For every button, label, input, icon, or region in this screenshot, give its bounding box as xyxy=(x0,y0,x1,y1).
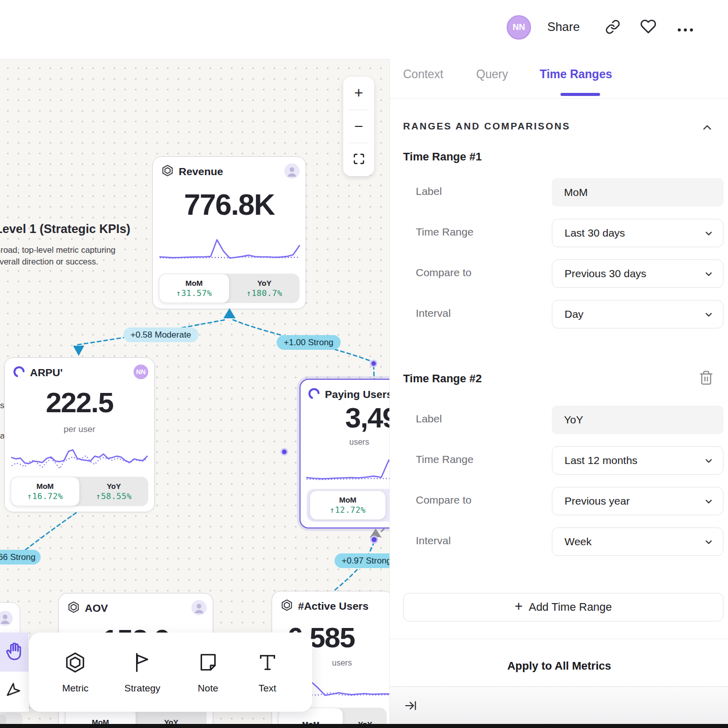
badge-yoy[interactable]: YoY ↑180.7% xyxy=(229,274,300,303)
plus-icon: + xyxy=(515,599,523,614)
correlation-label[interactable]: 66 Strong xyxy=(0,550,41,565)
tab-time-ranges[interactable]: Time Ranges xyxy=(540,68,612,81)
badge-mom[interactable]: MoM ↑16.72% xyxy=(11,477,80,506)
compare-to-select[interactable]: Previous 30 days xyxy=(552,259,723,288)
hand-tool-button[interactable] xyxy=(0,633,28,672)
owner-avatar xyxy=(0,611,13,626)
form-row-timerange-1: Time Range Last 30 days xyxy=(390,219,728,247)
canvas-tool-column xyxy=(0,633,29,712)
metric-unit: per user xyxy=(5,424,154,435)
sparkline xyxy=(160,237,300,261)
arrow-to-bar-icon xyxy=(404,705,417,714)
field-label: Compare to xyxy=(416,267,472,279)
more-options-button[interactable] xyxy=(677,21,694,39)
settings-panel: Context Query Time Ranges RANGES AND COM… xyxy=(389,59,728,728)
comparison-toggle: MoM ↑16.72% YoY ↑58.55% xyxy=(11,477,148,506)
owner-avatar xyxy=(191,600,207,615)
add-time-range-button[interactable]: + Add Time Range xyxy=(403,593,723,621)
select-tool-button[interactable] xyxy=(0,672,28,711)
label-input[interactable] xyxy=(552,406,723,434)
metric-card-paying-users[interactable]: Paying Users' 3,49 users MoM ↑12.72% xyxy=(300,379,389,528)
metric-value: 3,49 xyxy=(345,401,389,434)
metric-tree-canvas[interactable]: s a Level 1 (Strategic KPIs) Broad, top-… xyxy=(0,59,389,724)
time-range-select[interactable]: Last 12 months xyxy=(552,446,723,475)
badge-fragment xyxy=(0,712,23,724)
card-title: AOV xyxy=(85,602,108,614)
cursor-icon xyxy=(5,681,23,702)
loading-spinner-icon xyxy=(308,387,320,402)
section-header: RANGES AND COMPARISONS xyxy=(403,121,570,132)
toolbar-metric-button[interactable]: Metric xyxy=(62,651,88,694)
correlation-label[interactable]: +1.00 Strong xyxy=(277,335,341,350)
badge-yoy[interactable]: YoY xyxy=(343,708,387,724)
loading-spinner-icon xyxy=(13,366,25,380)
copy-link-button[interactable] xyxy=(604,19,621,37)
level-title: Level 1 (Strategic KPIs) xyxy=(0,222,132,236)
app-window: NN Share xyxy=(0,0,728,728)
fit-view-button[interactable] xyxy=(343,143,374,176)
field-label: Label xyxy=(416,413,442,425)
correlation-label[interactable]: +0.58 Moderate xyxy=(123,327,198,342)
field-label: Interval xyxy=(416,307,451,319)
metric-card-arpu[interactable]: ARPU' NN 222.5 per user MoM ↑16.72% YoY … xyxy=(4,357,155,512)
collapse-section-button[interactable] xyxy=(701,121,714,134)
chevron-down-icon xyxy=(704,269,714,279)
badge-yoy[interactable]: YoY ↑58.55% xyxy=(80,477,149,506)
metric-card-revenue[interactable]: Revenue 776.8K MoM ↑31.57% YoY ↑180.7% xyxy=(152,156,306,309)
toolbar-strategy-button[interactable]: Strategy xyxy=(124,651,160,694)
form-row-label-2: Label xyxy=(390,406,728,434)
fullscreen-icon xyxy=(353,151,365,169)
chevron-down-icon xyxy=(704,497,714,507)
field-label: Time Range xyxy=(416,453,474,466)
tab-context[interactable]: Context xyxy=(403,68,443,81)
top-bar: NN Share xyxy=(0,0,728,59)
apply-all-metrics-button[interactable]: Apply to All Metrics xyxy=(390,659,728,673)
field-label: Interval xyxy=(416,535,451,547)
zoom-controls: + − xyxy=(343,77,374,176)
chevron-down-icon xyxy=(704,228,714,239)
metric-unit: users xyxy=(332,658,352,668)
form-row-interval-1: Interval Day xyxy=(390,300,728,328)
level-annotation[interactable]: Level 1 (Strategic KPIs) Broad, top-leve… xyxy=(0,222,132,268)
card-title: Revenue xyxy=(179,166,223,178)
favorite-button[interactable] xyxy=(640,19,657,36)
form-row-compareto-2: Compare to Previous year xyxy=(390,487,728,515)
collaborator-badge: NN xyxy=(134,365,148,379)
interval-select[interactable]: Week xyxy=(552,527,723,556)
badge-mom[interactable]: MoM ↑12.72% xyxy=(310,490,386,520)
zoom-out-button[interactable]: − xyxy=(343,110,374,143)
chevron-down-icon xyxy=(704,537,714,547)
collapse-panel-button[interactable] xyxy=(404,699,417,712)
badge-mom[interactable]: MoM ↑31.57% xyxy=(159,274,229,303)
divider xyxy=(390,98,728,98)
share-button[interactable]: Share xyxy=(547,20,580,34)
time-range-2-title: Time Range #2 xyxy=(403,372,482,385)
metric-hexagon-icon xyxy=(67,601,80,616)
card-title: ARPU' xyxy=(30,367,63,379)
label-input[interactable] xyxy=(552,178,723,207)
chevron-down-icon xyxy=(704,456,714,466)
tab-query[interactable]: Query xyxy=(476,68,508,81)
interval-select[interactable]: Day xyxy=(552,300,723,328)
delete-time-range-button[interactable] xyxy=(699,370,714,386)
comparison-toggle: MoM ↑12.72% xyxy=(307,489,389,521)
metric-hexagon-icon xyxy=(63,651,87,677)
toolbar-text-button[interactable]: Text xyxy=(256,651,279,694)
user-avatar[interactable]: NN xyxy=(507,15,531,40)
zoom-in-button[interactable]: + xyxy=(343,77,374,110)
form-row-compareto-1: Compare to Previous 30 days xyxy=(390,259,728,288)
compare-to-select[interactable]: Previous year xyxy=(552,487,723,515)
form-row-label-1: Label xyxy=(390,178,728,207)
form-row-interval-2: Interval Week xyxy=(390,527,728,556)
text-icon xyxy=(256,651,279,677)
field-label: Time Range xyxy=(416,226,474,238)
time-range-select[interactable]: Last 30 days xyxy=(552,219,723,247)
toolbar-note-button[interactable]: Note xyxy=(196,651,220,694)
level-description: Broad, top-level metric capturing overal… xyxy=(0,244,132,268)
correlation-label[interactable]: +0.97 Strong xyxy=(335,553,389,568)
active-tab-indicator xyxy=(560,93,600,96)
card-title: #Active Users xyxy=(298,600,369,612)
card-title: Paying Users' xyxy=(325,388,389,401)
field-label: Label xyxy=(416,185,442,197)
link-icon xyxy=(605,19,620,37)
